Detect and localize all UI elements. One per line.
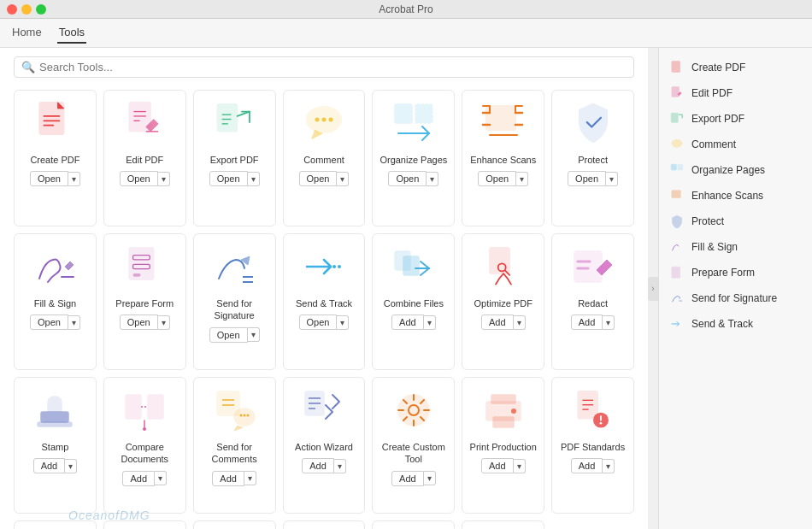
svg-rect-81 (672, 62, 680, 73)
action-wizard-name: Action Wizard (295, 441, 353, 453)
window-controls[interactable] (7, 4, 46, 15)
sidebar-send-signature-icon (669, 291, 685, 306)
sidebar-item-export-pdf[interactable]: Export PDF (659, 106, 812, 132)
send-signature-name: Send for Signature (197, 297, 272, 322)
action-wizard-dropdown-arrow[interactable]: ▾ (334, 459, 346, 473)
organize-pages-dropdown-arrow[interactable]: ▾ (427, 172, 438, 186)
sidebar-item-prepare-form[interactable]: Prepare Form (659, 260, 812, 285)
sidebar-organize-pages-icon (669, 162, 685, 178)
sidebar-item-edit-pdf[interactable]: Edit PDF (659, 80, 812, 106)
search-bar: 🔍 (14, 56, 634, 78)
sidebar-item-send-signature[interactable]: Send for Signature (659, 285, 812, 311)
organize-pages-btn-wrap: Open▾ (388, 171, 438, 186)
create-custom-btn-wrap: Add▾ (391, 471, 436, 486)
send-comments-button[interactable]: Add (212, 471, 244, 486)
edit-pdf-button[interactable]: Open (120, 171, 158, 186)
sidebar-item-create-pdf[interactable]: Create PDF (659, 55, 812, 80)
optimize-pdf-button[interactable]: Add (481, 314, 514, 330)
sidebar-item-protect[interactable]: Protect (659, 209, 812, 234)
organize-pages-button[interactable]: Open (388, 171, 427, 186)
comment-icon (298, 97, 350, 149)
protect-dropdown-arrow[interactable]: ▾ (606, 172, 618, 186)
pdf-standards-dropdown-arrow[interactable]: ▾ (603, 459, 615, 473)
svg-rect-31 (403, 256, 419, 275)
sidebar-item-organize-pages[interactable]: Organize Pages (659, 157, 812, 183)
prepare-form-dropdown-arrow[interactable]: ▾ (158, 315, 170, 330)
send-track-dropdown-arrow[interactable]: ▾ (337, 315, 349, 330)
optimize-pdf-btn-wrap: Add▾ (481, 314, 526, 330)
redact-button[interactable]: Add (571, 314, 603, 330)
create-pdf-btn-wrap: Open▾ (30, 171, 80, 186)
print-production-dropdown-arrow[interactable]: ▾ (514, 459, 526, 473)
svg-rect-20 (486, 106, 515, 130)
send-signature-btn-wrap: Open▾ (209, 327, 260, 343)
sidebar-send-track-label: Send & Track (691, 318, 753, 330)
create-custom-button[interactable]: Add (391, 471, 424, 486)
combine-files-dropdown-arrow[interactable]: ▾ (424, 315, 436, 330)
sidebar-item-comment[interactable]: Comment (659, 132, 812, 157)
sidebar-toggle[interactable]: › (648, 277, 658, 301)
stamp-dropdown-arrow[interactable]: ▾ (65, 459, 77, 473)
pdf-standards-btn-wrap: Add▾ (571, 458, 615, 473)
sidebar-item-fill-sign[interactable]: Fill & Sign (659, 234, 812, 260)
search-input[interactable] (39, 61, 627, 73)
enhance-scans-button[interactable]: Open (478, 171, 516, 186)
send-track-button[interactable]: Open (299, 314, 338, 330)
prepare-form-btn-wrap: Open▾ (120, 314, 170, 330)
nav-tools[interactable]: Tools (57, 22, 86, 44)
optimize-pdf-dropdown-arrow[interactable]: ▾ (514, 315, 526, 330)
export-pdf-icon (209, 97, 260, 149)
svg-rect-85 (671, 164, 676, 170)
svg-rect-58 (491, 395, 515, 403)
create-pdf-button[interactable]: Open (30, 171, 68, 186)
comment-dropdown-arrow[interactable]: ▾ (337, 172, 349, 186)
enhance-scans-dropdown-arrow[interactable]: ▾ (516, 172, 528, 186)
stamp-icon (29, 385, 80, 436)
edit-pdf-dropdown-arrow[interactable]: ▾ (158, 172, 170, 186)
print-production-button[interactable]: Add (481, 458, 514, 473)
export-pdf-dropdown-arrow[interactable]: ▾ (248, 172, 260, 186)
fill-sign-dropdown-arrow[interactable]: ▾ (68, 315, 80, 330)
tool-item-organize-pages: Organize PagesOpen▾ (372, 90, 455, 226)
svg-rect-17 (395, 104, 412, 123)
maximize-button[interactable] (36, 4, 46, 15)
redact-dropdown-arrow[interactable]: ▾ (603, 315, 615, 330)
action-wizard-button[interactable]: Add (302, 458, 334, 473)
svg-point-60 (511, 409, 516, 414)
sidebar-item-enhance-scans[interactable]: Enhance Scans (659, 183, 812, 209)
sidebar-create-pdf-label: Create PDF (691, 62, 745, 73)
pdf-standards-button[interactable]: Add (571, 458, 603, 473)
compare-docs-button[interactable]: Add (122, 471, 155, 486)
create-pdf-dropdown-arrow[interactable]: ▾ (68, 172, 80, 186)
svg-rect-59 (493, 417, 514, 427)
compare-docs-dropdown-arrow[interactable]: ▾ (155, 471, 167, 485)
svg-rect-83 (671, 113, 678, 122)
compare-docs-icon (119, 385, 170, 436)
send-track-icon (298, 241, 350, 292)
stamp-button[interactable]: Add (33, 458, 66, 473)
svg-rect-40 (126, 395, 141, 419)
nav-home[interactable]: Home (10, 22, 44, 44)
fill-sign-btn-wrap: Open▾ (30, 314, 80, 330)
combine-files-button[interactable]: Add (391, 314, 424, 330)
svg-rect-39 (38, 422, 72, 426)
send-signature-button[interactable]: Open (209, 327, 248, 343)
export-pdf-button[interactable]: Open (209, 171, 248, 186)
svg-rect-35 (574, 251, 602, 282)
prepare-form-button[interactable]: Open (120, 314, 158, 330)
fill-sign-button[interactable]: Open (30, 314, 68, 330)
send-comments-dropdown-arrow[interactable]: ▾ (244, 471, 256, 485)
sidebar-item-send-track[interactable]: Send & Track (659, 311, 812, 337)
comment-button[interactable]: Open (299, 171, 338, 186)
protect-button[interactable]: Open (568, 171, 606, 186)
combine-files-icon (388, 241, 439, 292)
tool-item-enhance-scans: Enhance ScansOpen▾ (462, 90, 544, 226)
edit-pdf-icon (119, 97, 170, 149)
titlebar: Acrobat Pro (0, 0, 812, 19)
send-signature-dropdown-arrow[interactable]: ▾ (248, 327, 260, 342)
create-custom-icon (388, 385, 439, 436)
create-custom-dropdown-arrow[interactable]: ▾ (424, 471, 436, 485)
close-button[interactable] (7, 4, 17, 15)
svg-point-49 (244, 414, 246, 417)
minimize-button[interactable] (21, 4, 32, 15)
